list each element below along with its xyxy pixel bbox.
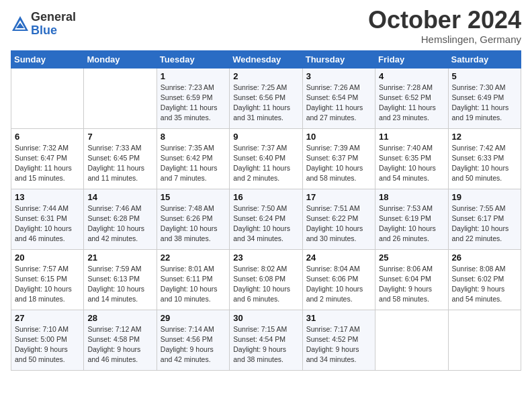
col-thursday: Thursday	[302, 50, 375, 68]
day-number: 24	[306, 253, 371, 263]
day-info: Sunrise: 7:23 AM Sunset: 6:59 PM Dayligh…	[161, 83, 226, 124]
calendar-cell-w1-d6: 4Sunrise: 7:28 AM Sunset: 6:52 PM Daylig…	[375, 68, 448, 128]
day-number: 20	[15, 253, 80, 263]
col-sunday: Sunday	[11, 50, 84, 68]
day-info: Sunrise: 7:57 AM Sunset: 6:15 PM Dayligh…	[15, 264, 80, 305]
day-info: Sunrise: 7:30 AM Sunset: 6:49 PM Dayligh…	[452, 83, 517, 124]
day-number: 28	[87, 313, 152, 323]
day-info: Sunrise: 8:08 AM Sunset: 6:02 PM Dayligh…	[452, 264, 517, 305]
day-info: Sunrise: 8:02 AM Sunset: 6:08 PM Dayligh…	[233, 264, 298, 305]
calendar-week-4: 20Sunrise: 7:57 AM Sunset: 6:15 PM Dayli…	[11, 249, 521, 310]
day-info: Sunrise: 7:46 AM Sunset: 6:28 PM Dayligh…	[87, 203, 152, 244]
day-number: 27	[15, 313, 80, 323]
day-number: 22	[161, 253, 226, 263]
logo-blue-text: Blue	[31, 24, 76, 38]
day-number: 12	[452, 132, 517, 142]
calendar-week-5: 27Sunrise: 7:10 AM Sunset: 5:00 PM Dayli…	[11, 310, 521, 370]
day-info: Sunrise: 7:40 AM Sunset: 6:35 PM Dayligh…	[379, 143, 444, 184]
calendar-cell-w3-d5: 17Sunrise: 7:51 AM Sunset: 6:22 PM Dayli…	[302, 189, 375, 249]
day-number: 6	[15, 132, 80, 142]
day-number: 3	[306, 71, 371, 81]
day-number: 10	[306, 132, 371, 142]
day-number: 21	[87, 253, 152, 263]
day-number: 4	[379, 71, 444, 81]
calendar-cell-w5-d2: 28Sunrise: 7:12 AM Sunset: 4:58 PM Dayli…	[84, 310, 157, 370]
calendar-cell-w3-d4: 16Sunrise: 7:50 AM Sunset: 6:24 PM Dayli…	[230, 189, 302, 249]
calendar-cell-w2-d4: 9Sunrise: 7:37 AM Sunset: 6:40 PM Daylig…	[230, 128, 302, 189]
day-info: Sunrise: 7:53 AM Sunset: 6:19 PM Dayligh…	[379, 203, 444, 244]
day-info: Sunrise: 7:50 AM Sunset: 6:24 PM Dayligh…	[233, 203, 298, 244]
calendar-cell-w1-d2	[84, 68, 157, 128]
day-number: 23	[233, 253, 298, 263]
logo: General Blue	[11, 11, 76, 38]
day-number: 7	[87, 132, 152, 142]
day-info: Sunrise: 7:33 AM Sunset: 6:45 PM Dayligh…	[87, 143, 152, 184]
day-info: Sunrise: 7:17 AM Sunset: 4:52 PM Dayligh…	[306, 324, 371, 365]
logo-icon	[11, 15, 30, 34]
calendar-cell-w3-d6: 18Sunrise: 7:53 AM Sunset: 6:19 PM Dayli…	[375, 189, 448, 249]
day-number: 15	[161, 192, 226, 202]
calendar-cell-w5-d1: 27Sunrise: 7:10 AM Sunset: 5:00 PM Dayli…	[11, 310, 84, 370]
day-info: Sunrise: 7:51 AM Sunset: 6:22 PM Dayligh…	[306, 203, 371, 244]
calendar-cell-w4-d4: 23Sunrise: 8:02 AM Sunset: 6:08 PM Dayli…	[230, 249, 302, 310]
day-number: 8	[161, 132, 226, 142]
calendar-cell-w2-d3: 8Sunrise: 7:35 AM Sunset: 6:42 PM Daylig…	[157, 128, 229, 189]
day-info: Sunrise: 7:39 AM Sunset: 6:37 PM Dayligh…	[306, 143, 371, 184]
day-info: Sunrise: 7:37 AM Sunset: 6:40 PM Dayligh…	[233, 143, 298, 184]
calendar-table: Sunday Monday Tuesday Wednesday Thursday…	[11, 50, 521, 371]
day-info: Sunrise: 7:10 AM Sunset: 5:00 PM Dayligh…	[15, 324, 80, 365]
calendar-week-1: 1Sunrise: 7:23 AM Sunset: 6:59 PM Daylig…	[11, 68, 521, 128]
col-monday: Monday	[84, 50, 157, 68]
calendar-cell-w5-d5: 31Sunrise: 7:17 AM Sunset: 4:52 PM Dayli…	[302, 310, 375, 370]
calendar-cell-w1-d3: 1Sunrise: 7:23 AM Sunset: 6:59 PM Daylig…	[157, 68, 229, 128]
day-info: Sunrise: 7:44 AM Sunset: 6:31 PM Dayligh…	[15, 203, 80, 244]
day-number: 30	[233, 313, 298, 323]
day-number: 31	[306, 313, 371, 323]
calendar-cell-w5-d3: 29Sunrise: 7:14 AM Sunset: 4:56 PM Dayli…	[157, 310, 229, 370]
calendar-week-3: 13Sunrise: 7:44 AM Sunset: 6:31 PM Dayli…	[11, 189, 521, 249]
calendar-cell-w3-d1: 13Sunrise: 7:44 AM Sunset: 6:31 PM Dayli…	[11, 189, 84, 249]
day-info: Sunrise: 7:12 AM Sunset: 4:58 PM Dayligh…	[87, 324, 152, 365]
month-title: October 2024	[368, 7, 521, 34]
calendar-cell-w3-d3: 15Sunrise: 7:48 AM Sunset: 6:26 PM Dayli…	[157, 189, 229, 249]
day-number: 5	[452, 71, 517, 81]
day-number: 11	[379, 132, 444, 142]
calendar-cell-w4-d6: 25Sunrise: 8:06 AM Sunset: 6:04 PM Dayli…	[375, 249, 448, 310]
day-number: 13	[15, 192, 80, 202]
day-number: 17	[306, 192, 371, 202]
calendar-cell-w2-d2: 7Sunrise: 7:33 AM Sunset: 6:45 PM Daylig…	[84, 128, 157, 189]
location-text: Hemslingen, Germany	[368, 34, 521, 45]
calendar-cell-w3-d7: 19Sunrise: 7:55 AM Sunset: 6:17 PM Dayli…	[448, 189, 521, 249]
logo-general-text: General	[31, 11, 76, 24]
col-wednesday: Wednesday	[230, 50, 302, 68]
day-info: Sunrise: 7:42 AM Sunset: 6:33 PM Dayligh…	[452, 143, 517, 184]
day-info: Sunrise: 7:32 AM Sunset: 6:47 PM Dayligh…	[15, 143, 80, 184]
calendar-header-row: Sunday Monday Tuesday Wednesday Thursday…	[11, 50, 521, 68]
day-number: 14	[87, 192, 152, 202]
calendar-cell-w4-d3: 22Sunrise: 8:01 AM Sunset: 6:11 PM Dayli…	[157, 249, 229, 310]
day-number: 19	[452, 192, 517, 202]
day-number: 29	[161, 313, 226, 323]
calendar-cell-w4-d1: 20Sunrise: 7:57 AM Sunset: 6:15 PM Dayli…	[11, 249, 84, 310]
calendar-body: 1Sunrise: 7:23 AM Sunset: 6:59 PM Daylig…	[11, 68, 521, 370]
day-info: Sunrise: 7:35 AM Sunset: 6:42 PM Dayligh…	[161, 143, 226, 184]
day-info: Sunrise: 7:25 AM Sunset: 6:56 PM Dayligh…	[233, 83, 298, 124]
day-number: 2	[233, 71, 298, 81]
day-number: 16	[233, 192, 298, 202]
day-number: 1	[161, 71, 226, 81]
calendar-cell-w5-d7	[448, 310, 521, 370]
calendar-cell-w1-d5: 3Sunrise: 7:26 AM Sunset: 6:54 PM Daylig…	[302, 68, 375, 128]
day-info: Sunrise: 7:14 AM Sunset: 4:56 PM Dayligh…	[161, 324, 226, 365]
calendar-cell-w4-d5: 24Sunrise: 8:04 AM Sunset: 6:06 PM Dayli…	[302, 249, 375, 310]
calendar-cell-w3-d2: 14Sunrise: 7:46 AM Sunset: 6:28 PM Dayli…	[84, 189, 157, 249]
calendar-cell-w5-d4: 30Sunrise: 7:15 AM Sunset: 4:54 PM Dayli…	[230, 310, 302, 370]
day-number: 26	[452, 253, 517, 263]
calendar-cell-w4-d2: 21Sunrise: 7:59 AM Sunset: 6:13 PM Dayli…	[84, 249, 157, 310]
calendar-cell-w2-d1: 6Sunrise: 7:32 AM Sunset: 6:47 PM Daylig…	[11, 128, 84, 189]
day-number: 25	[379, 253, 444, 263]
logo-text: General Blue	[31, 11, 76, 38]
calendar-cell-w2-d5: 10Sunrise: 7:39 AM Sunset: 6:37 PM Dayli…	[302, 128, 375, 189]
col-tuesday: Tuesday	[157, 50, 229, 68]
calendar-week-2: 6Sunrise: 7:32 AM Sunset: 6:47 PM Daylig…	[11, 128, 521, 189]
day-info: Sunrise: 7:48 AM Sunset: 6:26 PM Dayligh…	[161, 203, 226, 244]
